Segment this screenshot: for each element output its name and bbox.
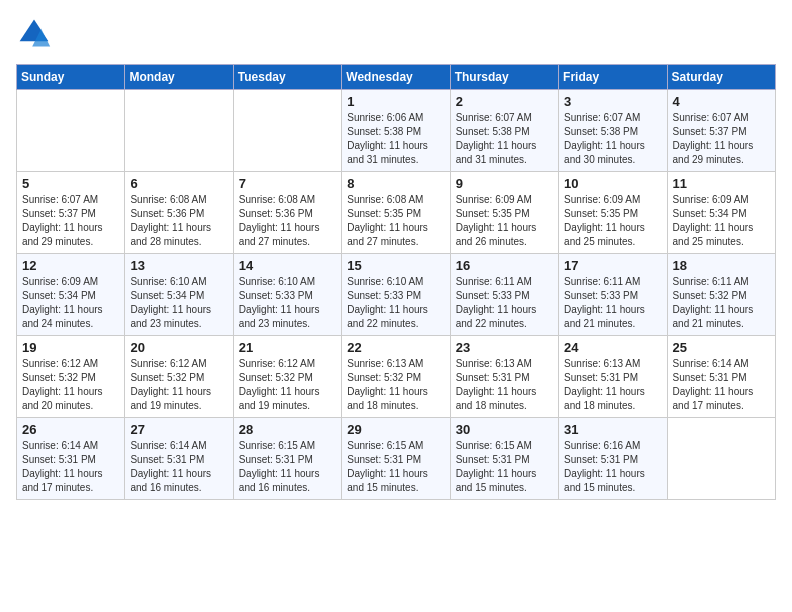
header-saturday: Saturday (667, 65, 775, 90)
day-info: Sunrise: 6:07 AM Sunset: 5:37 PM Dayligh… (22, 193, 119, 249)
weekday-header-row: SundayMondayTuesdayWednesdayThursdayFrid… (17, 65, 776, 90)
day-number: 23 (456, 340, 553, 355)
day-number: 25 (673, 340, 770, 355)
day-number: 10 (564, 176, 661, 191)
week-row-1: 1Sunrise: 6:06 AM Sunset: 5:38 PM Daylig… (17, 90, 776, 172)
day-info: Sunrise: 6:12 AM Sunset: 5:32 PM Dayligh… (22, 357, 119, 413)
calendar-cell: 18Sunrise: 6:11 AM Sunset: 5:32 PM Dayli… (667, 254, 775, 336)
day-info: Sunrise: 6:09 AM Sunset: 5:35 PM Dayligh… (564, 193, 661, 249)
day-number: 15 (347, 258, 444, 273)
day-info: Sunrise: 6:06 AM Sunset: 5:38 PM Dayligh… (347, 111, 444, 167)
calendar-table: SundayMondayTuesdayWednesdayThursdayFrid… (16, 64, 776, 500)
day-number: 6 (130, 176, 227, 191)
day-number: 24 (564, 340, 661, 355)
header-friday: Friday (559, 65, 667, 90)
calendar-cell: 7Sunrise: 6:08 AM Sunset: 5:36 PM Daylig… (233, 172, 341, 254)
calendar-cell: 17Sunrise: 6:11 AM Sunset: 5:33 PM Dayli… (559, 254, 667, 336)
calendar-cell: 20Sunrise: 6:12 AM Sunset: 5:32 PM Dayli… (125, 336, 233, 418)
calendar-cell: 1Sunrise: 6:06 AM Sunset: 5:38 PM Daylig… (342, 90, 450, 172)
day-number: 3 (564, 94, 661, 109)
header-wednesday: Wednesday (342, 65, 450, 90)
calendar-cell: 6Sunrise: 6:08 AM Sunset: 5:36 PM Daylig… (125, 172, 233, 254)
day-number: 22 (347, 340, 444, 355)
day-number: 4 (673, 94, 770, 109)
day-number: 26 (22, 422, 119, 437)
calendar-cell: 3Sunrise: 6:07 AM Sunset: 5:38 PM Daylig… (559, 90, 667, 172)
day-info: Sunrise: 6:09 AM Sunset: 5:35 PM Dayligh… (456, 193, 553, 249)
day-number: 8 (347, 176, 444, 191)
header-sunday: Sunday (17, 65, 125, 90)
day-info: Sunrise: 6:09 AM Sunset: 5:34 PM Dayligh… (22, 275, 119, 331)
calendar-cell (233, 90, 341, 172)
calendar-cell: 5Sunrise: 6:07 AM Sunset: 5:37 PM Daylig… (17, 172, 125, 254)
day-info: Sunrise: 6:12 AM Sunset: 5:32 PM Dayligh… (130, 357, 227, 413)
page-header (16, 16, 776, 52)
calendar-body: 1Sunrise: 6:06 AM Sunset: 5:38 PM Daylig… (17, 90, 776, 500)
day-number: 7 (239, 176, 336, 191)
day-number: 21 (239, 340, 336, 355)
day-info: Sunrise: 6:09 AM Sunset: 5:34 PM Dayligh… (673, 193, 770, 249)
calendar-cell: 26Sunrise: 6:14 AM Sunset: 5:31 PM Dayli… (17, 418, 125, 500)
day-info: Sunrise: 6:08 AM Sunset: 5:36 PM Dayligh… (239, 193, 336, 249)
day-number: 11 (673, 176, 770, 191)
day-number: 28 (239, 422, 336, 437)
calendar-cell (125, 90, 233, 172)
day-number: 14 (239, 258, 336, 273)
header-monday: Monday (125, 65, 233, 90)
week-row-2: 5Sunrise: 6:07 AM Sunset: 5:37 PM Daylig… (17, 172, 776, 254)
calendar-cell: 11Sunrise: 6:09 AM Sunset: 5:34 PM Dayli… (667, 172, 775, 254)
day-number: 30 (456, 422, 553, 437)
calendar-cell: 24Sunrise: 6:13 AM Sunset: 5:31 PM Dayli… (559, 336, 667, 418)
calendar-cell: 22Sunrise: 6:13 AM Sunset: 5:32 PM Dayli… (342, 336, 450, 418)
header-tuesday: Tuesday (233, 65, 341, 90)
calendar-cell: 14Sunrise: 6:10 AM Sunset: 5:33 PM Dayli… (233, 254, 341, 336)
day-number: 27 (130, 422, 227, 437)
calendar-cell (667, 418, 775, 500)
day-info: Sunrise: 6:13 AM Sunset: 5:32 PM Dayligh… (347, 357, 444, 413)
week-row-3: 12Sunrise: 6:09 AM Sunset: 5:34 PM Dayli… (17, 254, 776, 336)
day-info: Sunrise: 6:13 AM Sunset: 5:31 PM Dayligh… (564, 357, 661, 413)
calendar-cell: 16Sunrise: 6:11 AM Sunset: 5:33 PM Dayli… (450, 254, 558, 336)
day-info: Sunrise: 6:08 AM Sunset: 5:36 PM Dayligh… (130, 193, 227, 249)
calendar-cell: 15Sunrise: 6:10 AM Sunset: 5:33 PM Dayli… (342, 254, 450, 336)
day-number: 17 (564, 258, 661, 273)
calendar-cell (17, 90, 125, 172)
logo (16, 16, 56, 52)
calendar-cell: 27Sunrise: 6:14 AM Sunset: 5:31 PM Dayli… (125, 418, 233, 500)
day-info: Sunrise: 6:15 AM Sunset: 5:31 PM Dayligh… (456, 439, 553, 495)
day-number: 9 (456, 176, 553, 191)
header-thursday: Thursday (450, 65, 558, 90)
day-info: Sunrise: 6:15 AM Sunset: 5:31 PM Dayligh… (239, 439, 336, 495)
day-info: Sunrise: 6:14 AM Sunset: 5:31 PM Dayligh… (22, 439, 119, 495)
week-row-4: 19Sunrise: 6:12 AM Sunset: 5:32 PM Dayli… (17, 336, 776, 418)
calendar-cell: 29Sunrise: 6:15 AM Sunset: 5:31 PM Dayli… (342, 418, 450, 500)
day-number: 18 (673, 258, 770, 273)
day-info: Sunrise: 6:14 AM Sunset: 5:31 PM Dayligh… (673, 357, 770, 413)
day-number: 19 (22, 340, 119, 355)
day-info: Sunrise: 6:08 AM Sunset: 5:35 PM Dayligh… (347, 193, 444, 249)
calendar-cell: 30Sunrise: 6:15 AM Sunset: 5:31 PM Dayli… (450, 418, 558, 500)
day-info: Sunrise: 6:10 AM Sunset: 5:34 PM Dayligh… (130, 275, 227, 331)
day-info: Sunrise: 6:13 AM Sunset: 5:31 PM Dayligh… (456, 357, 553, 413)
calendar-cell: 9Sunrise: 6:09 AM Sunset: 5:35 PM Daylig… (450, 172, 558, 254)
calendar-cell: 8Sunrise: 6:08 AM Sunset: 5:35 PM Daylig… (342, 172, 450, 254)
logo-icon (16, 16, 52, 52)
day-info: Sunrise: 6:16 AM Sunset: 5:31 PM Dayligh… (564, 439, 661, 495)
day-info: Sunrise: 6:07 AM Sunset: 5:38 PM Dayligh… (564, 111, 661, 167)
day-info: Sunrise: 6:14 AM Sunset: 5:31 PM Dayligh… (130, 439, 227, 495)
day-number: 31 (564, 422, 661, 437)
day-number: 12 (22, 258, 119, 273)
day-number: 1 (347, 94, 444, 109)
calendar-cell: 2Sunrise: 6:07 AM Sunset: 5:38 PM Daylig… (450, 90, 558, 172)
day-info: Sunrise: 6:10 AM Sunset: 5:33 PM Dayligh… (347, 275, 444, 331)
day-info: Sunrise: 6:07 AM Sunset: 5:38 PM Dayligh… (456, 111, 553, 167)
day-info: Sunrise: 6:11 AM Sunset: 5:33 PM Dayligh… (456, 275, 553, 331)
day-info: Sunrise: 6:07 AM Sunset: 5:37 PM Dayligh… (673, 111, 770, 167)
calendar-cell: 4Sunrise: 6:07 AM Sunset: 5:37 PM Daylig… (667, 90, 775, 172)
day-info: Sunrise: 6:15 AM Sunset: 5:31 PM Dayligh… (347, 439, 444, 495)
calendar-header: SundayMondayTuesdayWednesdayThursdayFrid… (17, 65, 776, 90)
day-number: 2 (456, 94, 553, 109)
day-info: Sunrise: 6:11 AM Sunset: 5:32 PM Dayligh… (673, 275, 770, 331)
day-number: 20 (130, 340, 227, 355)
week-row-5: 26Sunrise: 6:14 AM Sunset: 5:31 PM Dayli… (17, 418, 776, 500)
